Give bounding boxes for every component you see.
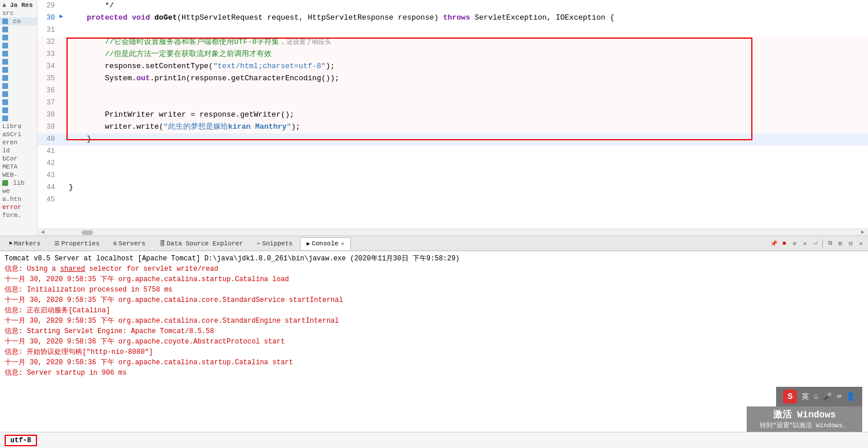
- console-icon: ▶: [306, 240, 310, 247]
- horizontal-scrollbar[interactable]: ◄ ►: [38, 229, 868, 236]
- snippets-icon: ✂: [257, 240, 261, 247]
- close-console-button[interactable]: ✕: [856, 239, 866, 248]
- line-content-30: protected void doGet(HttpServletRequest …: [66, 12, 614, 24]
- console-line-3: 十一月 30, 2020 9:58:35 下午 org.apache.catal…: [5, 295, 863, 305]
- console-line-0: 信息: Using a shared selector for servlet …: [5, 264, 863, 274]
- console-server-line: Tomcat v8.5 Server at localhost [Apache …: [5, 253, 863, 264]
- sidebar-item-co[interactable]: co: [0, 17, 37, 25]
- sidebar-item-src[interactable]: src: [0, 9, 37, 17]
- code-area[interactable]: 29 */ 30 ▶ protected void doGet(HttpServ…: [38, 0, 868, 229]
- code-line-41: 41: [38, 145, 868, 158]
- markers-icon: ⚑: [9, 240, 12, 247]
- line-num-31: 31: [38, 24, 60, 36]
- line-num-38: 38: [38, 109, 60, 121]
- console-line-9: 十一月 30, 2020 9:58:36 下午 org.apache.catal…: [5, 357, 863, 368]
- sogou-keyboard-icon: ⌨: [837, 392, 841, 401]
- line-num-33: 33: [38, 48, 60, 60]
- sogou-mic-icon: 🎤: [823, 392, 832, 401]
- datasource-icon: 🗄: [159, 240, 165, 247]
- code-line-44: 44 }: [38, 182, 868, 194]
- pin-button[interactable]: 📌: [769, 239, 778, 248]
- line-num-29: 29: [38, 0, 60, 12]
- clear-button[interactable]: ✕: [800, 239, 810, 248]
- line-content-44: }: [66, 182, 73, 194]
- code-line-34: 34 response.setContentType("text/html;ch…: [38, 61, 868, 73]
- sidebar-item-meta[interactable]: META: [0, 163, 37, 171]
- line-content-40: }: [66, 133, 91, 145]
- line-content-39: writer.write("此生的梦想是嫁给kiran Manthry");: [66, 121, 300, 133]
- sidebar-item-we[interactable]: we: [0, 187, 37, 195]
- line-content-34: response.setContentType("text/html;chars…: [66, 61, 335, 73]
- code-line-36: 36: [38, 85, 868, 97]
- sidebar-item-2[interactable]: [0, 33, 37, 42]
- sidebar-item-lib[interactable]: lib: [0, 179, 37, 187]
- sidebar: ▲ Ja Res src co Libra aSCri eren ld bCor…: [0, 0, 38, 236]
- code-line-45: 45: [38, 194, 868, 206]
- sidebar-item-eren[interactable]: eren: [0, 139, 37, 147]
- code-line-29: 29 */: [38, 0, 868, 12]
- sidebar-item-5[interactable]: [0, 58, 37, 66]
- status-bar: utf-8: [0, 432, 868, 448]
- line-num-34: 34: [38, 61, 60, 72]
- disconnect-button[interactable]: ⊘: [790, 239, 799, 248]
- sidebar-item-6[interactable]: [0, 66, 37, 74]
- sidebar-item-ahtn[interactable]: a.htn: [0, 195, 37, 203]
- tab-datasource-label: Data Source Explorer: [167, 240, 243, 247]
- tab-datasource[interactable]: 🗄 Data Source Explorer: [153, 237, 250, 250]
- console-line-8: 信息: 开始协议处理句柄["http-nio-8080"]: [5, 347, 863, 357]
- sidebar-item-7[interactable]: [0, 74, 37, 82]
- sidebar-item-3[interactable]: [0, 42, 37, 50]
- encoding-status: utf-8: [5, 435, 37, 446]
- tab-markers[interactable]: ⚑ Markers: [2, 237, 47, 250]
- editor-area: ▲ Ja Res src co Libra aSCri eren ld bCor…: [0, 0, 868, 236]
- console-line-5: 十一月 30, 2020 9:58:35 下午 org.apache.catal…: [5, 316, 863, 326]
- divider: [822, 240, 823, 248]
- console-output[interactable]: Tomcat v8.5 Server at localhost [Apache …: [0, 251, 868, 432]
- code-line-32: 32 //它会随时设置服务器和客户端都使用UTF-8字符集，还设置了响应头: [38, 36, 868, 48]
- sogou-emoji-icon: ☺: [814, 393, 818, 401]
- sidebar-item-form[interactable]: form.: [0, 211, 37, 219]
- sidebar-item-10[interactable]: [0, 98, 37, 106]
- sidebar-item-bcor[interactable]: bCor: [0, 155, 37, 163]
- sidebar-item-8[interactable]: [0, 82, 37, 90]
- tab-console[interactable]: ▶ Console ✕: [300, 237, 350, 250]
- sidebar-item-ascri[interactable]: aSCri: [0, 130, 37, 139]
- console-line-6: 信息: Starting Servlet Engine: Apache Tomc…: [5, 326, 863, 337]
- system-tray-area: S 英 ☺ 🎤 ⌨ 👤 激活 Windows 转到"设置"以激活 Windows…: [747, 387, 862, 432]
- line-num-45: 45: [38, 194, 60, 206]
- sidebar-item-error[interactable]: error: [0, 203, 37, 211]
- tabs-bar: ⚑ Markers ☰ Properties ⚙ Servers 🗄 Data …: [0, 236, 868, 251]
- sidebar-item-4[interactable]: [0, 50, 37, 58]
- line-gutter-30: ▶: [60, 12, 66, 21]
- line-num-37: 37: [38, 97, 60, 109]
- sidebar-item-libra[interactable]: Libra: [0, 122, 37, 130]
- sidebar-item-9[interactable]: [0, 90, 37, 98]
- console-close-icon[interactable]: ✕: [341, 240, 344, 247]
- sidebar-item-1[interactable]: [0, 25, 37, 33]
- sidebar-item-11[interactable]: [0, 106, 37, 114]
- tab-snippets[interactable]: ✂ Snippets: [251, 237, 299, 250]
- console-line-7: 十一月 30, 2020 9:58:36 下午 org.apache.coyot…: [5, 337, 863, 347]
- collapse-button[interactable]: ⊟: [846, 239, 855, 248]
- tab-properties-label: Properties: [61, 240, 99, 247]
- expand-button[interactable]: ⊞: [836, 239, 845, 248]
- code-line-40: 40 }: [38, 133, 868, 145]
- scroll-lock-button[interactable]: ⏎: [811, 239, 820, 248]
- tab-servers[interactable]: ⚙ Servers: [107, 237, 151, 250]
- sidebar-item-12[interactable]: [0, 114, 37, 122]
- copy-button[interactable]: ⧉: [825, 239, 834, 248]
- code-line-38: 38 PrintWriter writer = response.getWrit…: [38, 109, 868, 121]
- tab-console-label: Console: [311, 240, 338, 247]
- line-num-30: 30: [38, 12, 60, 24]
- console-line-10: 信息: Server startup in 906 ms: [5, 368, 863, 378]
- sogou-user-icon: 👤: [846, 392, 855, 401]
- sidebar-item-jares[interactable]: ▲ Ja Res: [0, 1, 37, 9]
- line-content-38: PrintWriter writer = response.getWriter(…: [66, 109, 294, 121]
- sidebar-item-web[interactable]: WEB-: [0, 171, 37, 179]
- line-num-35: 35: [38, 73, 60, 84]
- tab-properties[interactable]: ☰ Properties: [48, 237, 106, 250]
- console-line-4: 信息: 正在启动服务[Catalina]: [5, 305, 863, 316]
- sidebar-item-ld[interactable]: ld: [0, 147, 37, 155]
- stop-button[interactable]: ■: [780, 239, 789, 248]
- scrollbar-thumb[interactable]: [81, 230, 93, 235]
